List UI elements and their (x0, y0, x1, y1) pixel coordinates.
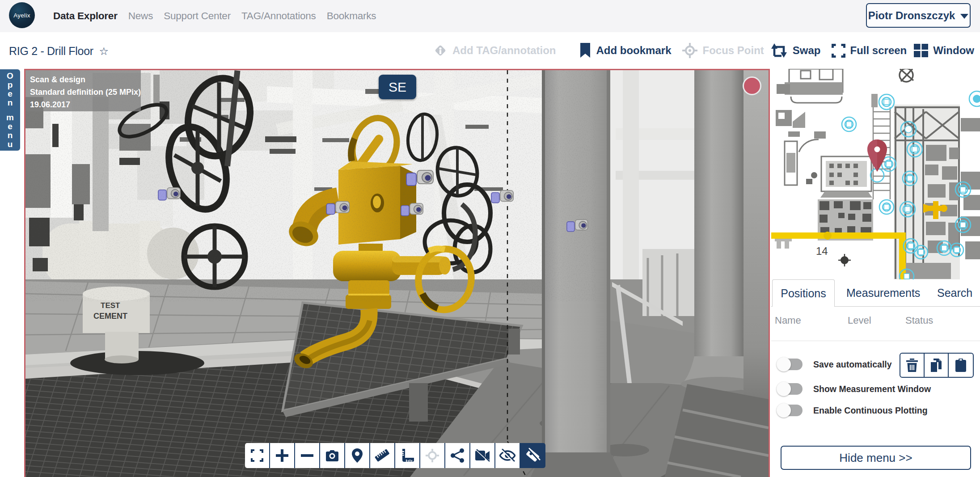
svg-text:CEMENT: CEMENT (93, 312, 127, 321)
svg-text:TEST: TEST (101, 301, 120, 310)
svg-text:14: 14 (816, 245, 828, 257)
